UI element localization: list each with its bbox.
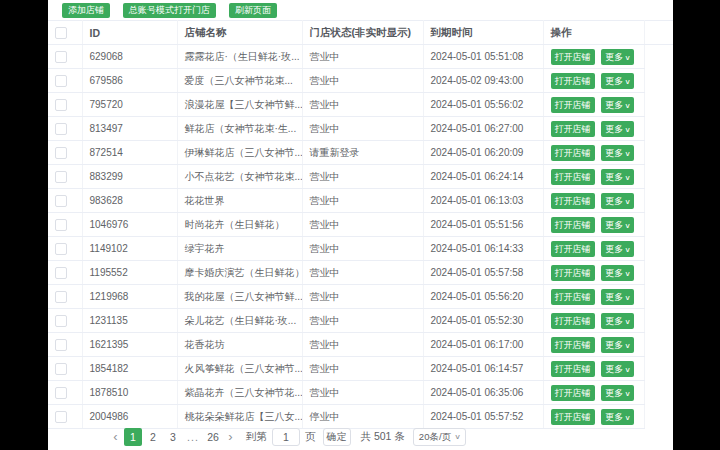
open-store-button[interactable]: 打开店铺 bbox=[551, 97, 595, 113]
prev-page-icon[interactable]: ‹ bbox=[108, 428, 123, 446]
column-header-actions: 操作 bbox=[543, 21, 644, 45]
table-row: 1149102 绿宇花卉 营业中 2024-05-01 06:14:33 打开店… bbox=[48, 237, 673, 261]
open-store-button[interactable]: 打开店铺 bbox=[551, 385, 595, 401]
more-button[interactable]: 更多∨ bbox=[601, 145, 634, 161]
more-button[interactable]: 更多∨ bbox=[601, 169, 634, 185]
more-button[interactable]: 更多∨ bbox=[601, 385, 634, 401]
confirm-button[interactable]: 确定 bbox=[323, 428, 351, 446]
select-all-checkbox[interactable] bbox=[55, 27, 67, 39]
more-label: 更多 bbox=[605, 316, 623, 326]
page-jump-input[interactable] bbox=[272, 428, 300, 446]
table-row: 2004986 桃花朵朵鲜花店【三八女... 停业中 2024-05-01 05… bbox=[48, 405, 673, 429]
more-button[interactable]: 更多∨ bbox=[601, 265, 634, 281]
store-id: 813497 bbox=[82, 117, 177, 141]
open-store-button[interactable]: 打开店铺 bbox=[551, 193, 595, 209]
open-store-button[interactable]: 打开店铺 bbox=[551, 169, 595, 185]
more-button[interactable]: 更多∨ bbox=[601, 73, 634, 89]
open-store-button[interactable]: 打开店铺 bbox=[551, 409, 595, 425]
table-row: 883299 小不点花艺（女神节花束... 营业中 2024-05-01 06:… bbox=[48, 165, 673, 189]
row-checkbox[interactable] bbox=[55, 195, 67, 207]
table-row: 795720 浪漫花屋【三八女神节鲜... 营业中 2024-05-01 05:… bbox=[48, 93, 673, 117]
page-size-select[interactable]: 20条/页 ∨ bbox=[413, 428, 466, 446]
store-name: 桃花朵朵鲜花店【三八女... bbox=[177, 405, 302, 429]
row-checkbox[interactable] bbox=[55, 339, 67, 351]
expire-time: 2024-05-01 06:14:33 bbox=[423, 237, 543, 261]
row-checkbox[interactable] bbox=[55, 291, 67, 303]
row-checkbox[interactable] bbox=[55, 99, 67, 111]
more-label: 更多 bbox=[605, 76, 623, 86]
more-button[interactable]: 更多∨ bbox=[601, 217, 634, 233]
more-button[interactable]: 更多∨ bbox=[601, 313, 634, 329]
table-row: 629068 露露花店·（生日鲜花·玫... 营业中 2024-05-01 05… bbox=[48, 45, 673, 69]
open-store-button[interactable]: 打开店铺 bbox=[551, 217, 595, 233]
letterbox-right bbox=[673, 0, 720, 450]
open-store-button[interactable]: 打开店铺 bbox=[551, 313, 595, 329]
store-id: 1621395 bbox=[82, 333, 177, 357]
master-account-open-store-button[interactable]: 总账号模式打开门店 bbox=[123, 3, 216, 18]
store-status: 营业中 bbox=[302, 285, 423, 309]
page-number[interactable]: 26 bbox=[204, 428, 222, 446]
expire-time: 2024-05-01 06:13:03 bbox=[423, 189, 543, 213]
table-row: 1231135 朵儿花艺（生日鲜花·玫... 营业中 2024-05-01 05… bbox=[48, 309, 673, 333]
more-button[interactable]: 更多∨ bbox=[601, 49, 634, 65]
open-store-button[interactable]: 打开店铺 bbox=[551, 73, 595, 89]
row-checkbox[interactable] bbox=[55, 51, 67, 63]
row-checkbox[interactable] bbox=[55, 171, 67, 183]
page-number[interactable]: 1 bbox=[124, 428, 142, 446]
more-label: 更多 bbox=[605, 244, 623, 254]
row-gutter bbox=[644, 69, 673, 93]
open-store-button[interactable]: 打开店铺 bbox=[551, 361, 595, 377]
row-gutter bbox=[644, 357, 673, 381]
row-checkbox[interactable] bbox=[55, 387, 67, 399]
table-row: 1219968 我的花屋（三八女神节鲜... 营业中 2024-05-01 05… bbox=[48, 285, 673, 309]
store-status: 营业中 bbox=[302, 117, 423, 141]
row-gutter bbox=[644, 93, 673, 117]
more-button[interactable]: 更多∨ bbox=[601, 337, 634, 353]
table-row: 1046976 时尚花卉（生日鲜花） 营业中 2024-05-01 05:51:… bbox=[48, 213, 673, 237]
more-button[interactable]: 更多∨ bbox=[601, 289, 634, 305]
store-id: 2004986 bbox=[82, 405, 177, 429]
store-name: 鲜花店（女神节花束·生... bbox=[177, 117, 302, 141]
expire-time: 2024-05-01 05:52:30 bbox=[423, 309, 543, 333]
row-checkbox[interactable] bbox=[55, 411, 67, 423]
row-checkbox[interactable] bbox=[55, 363, 67, 375]
expire-time: 2024-05-01 06:27:00 bbox=[423, 117, 543, 141]
open-store-button[interactable]: 打开店铺 bbox=[551, 265, 595, 281]
chevron-down-icon: ∨ bbox=[625, 410, 631, 426]
next-page-icon[interactable]: › bbox=[223, 428, 238, 446]
store-name: 朵儿花艺（生日鲜花·玫... bbox=[177, 309, 302, 333]
open-store-button[interactable]: 打开店铺 bbox=[551, 121, 595, 137]
row-gutter bbox=[644, 189, 673, 213]
row-checkbox[interactable] bbox=[55, 123, 67, 135]
more-button[interactable]: 更多∨ bbox=[601, 97, 634, 113]
add-store-button[interactable]: 添加店铺 bbox=[62, 3, 110, 18]
page-number[interactable]: 2 bbox=[144, 428, 162, 446]
chevron-down-icon: ∨ bbox=[454, 433, 461, 441]
more-button[interactable]: 更多∨ bbox=[601, 361, 634, 377]
open-store-button[interactable]: 打开店铺 bbox=[551, 145, 595, 161]
chevron-down-icon: ∨ bbox=[625, 122, 631, 138]
row-checkbox[interactable] bbox=[55, 75, 67, 87]
more-button[interactable]: 更多∨ bbox=[601, 241, 634, 257]
store-id: 1878510 bbox=[82, 381, 177, 405]
row-checkbox[interactable] bbox=[55, 147, 67, 159]
open-store-button[interactable]: 打开店铺 bbox=[551, 337, 595, 353]
row-checkbox[interactable] bbox=[55, 243, 67, 255]
chevron-down-icon: ∨ bbox=[625, 170, 631, 186]
expire-time: 2024-05-01 05:57:52 bbox=[423, 405, 543, 429]
more-button[interactable]: 更多∨ bbox=[601, 121, 634, 137]
open-store-button[interactable]: 打开店铺 bbox=[551, 49, 595, 65]
row-checkbox[interactable] bbox=[55, 219, 67, 231]
expire-time: 2024-05-01 05:51:08 bbox=[423, 45, 543, 69]
refresh-page-button[interactable]: 刷新页面 bbox=[229, 3, 277, 18]
more-button[interactable]: 更多∨ bbox=[601, 409, 634, 425]
store-status: 营业中 bbox=[302, 237, 423, 261]
expire-time: 2024-05-01 05:56:20 bbox=[423, 285, 543, 309]
open-store-button[interactable]: 打开店铺 bbox=[551, 289, 595, 305]
row-checkbox[interactable] bbox=[55, 267, 67, 279]
open-store-button[interactable]: 打开店铺 bbox=[551, 241, 595, 257]
row-checkbox[interactable] bbox=[55, 315, 67, 327]
store-status: 营业中 bbox=[302, 309, 423, 333]
more-button[interactable]: 更多∨ bbox=[601, 193, 634, 209]
page-number[interactable]: 3 bbox=[164, 428, 182, 446]
